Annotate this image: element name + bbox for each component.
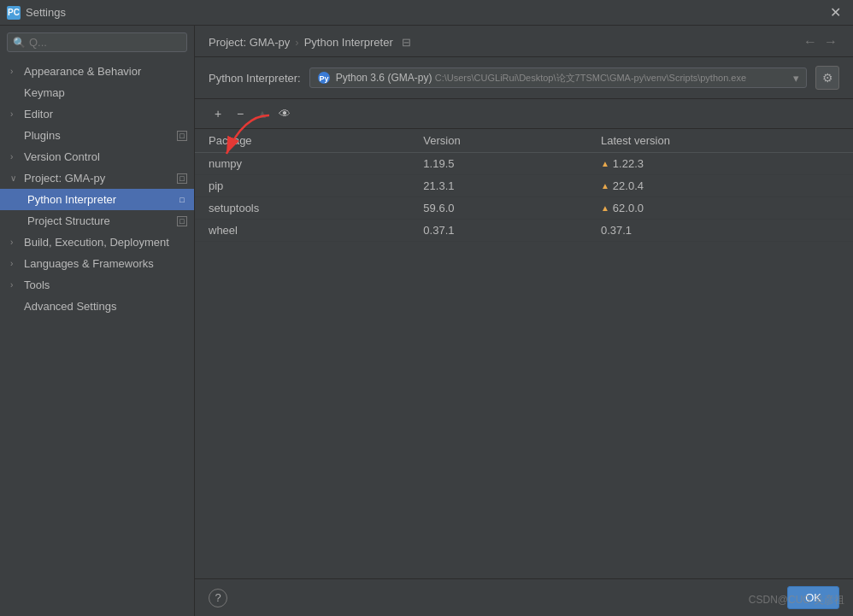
sidebar-item-languages[interactable]: › Languages & Frameworks [0, 253, 194, 274]
table-row[interactable]: pip21.3.1▲22.0.4 [195, 175, 853, 197]
sidebar-item-build-execution[interactable]: › Build, Execution, Deployment [0, 232, 194, 253]
sidebar-item-keymap[interactable]: Keymap [0, 82, 194, 103]
update-triangle-icon: ▲ [601, 203, 609, 213]
add-package-button[interactable]: + [209, 104, 227, 123]
table-row[interactable]: numpy1.19.5▲1.22.3 [195, 153, 853, 175]
interpreter-row: Python Interpreter: Py Python 3.6 (GMA-p… [195, 57, 853, 99]
dropdown-arrow-icon: ▾ [793, 72, 799, 85]
package-name: wheel [195, 220, 409, 242]
chevron-right-icon: › [10, 67, 21, 76]
sidebar-item-label: Python Interpreter [27, 193, 116, 206]
package-version: 21.3.1 [409, 175, 587, 197]
sidebar-item-label: Build, Execution, Deployment [24, 236, 169, 249]
sidebar-item-label: Plugins [24, 129, 61, 142]
package-toolbar: + − ▲ 👁 [195, 99, 853, 129]
sidebar-item-editor[interactable]: › Editor [0, 103, 194, 125]
search-input[interactable] [29, 36, 181, 49]
close-button[interactable]: ✕ [825, 4, 846, 21]
up-button[interactable]: ▲ [253, 104, 272, 123]
sidebar-item-tools[interactable]: › Tools [0, 274, 194, 296]
svg-text:Py: Py [319, 74, 328, 83]
table-header: Package Version Latest version [195, 129, 853, 153]
show-details-button[interactable]: 👁 [275, 104, 294, 123]
sidebar-item-label: Appearance & Behavior [24, 65, 141, 78]
nav-arrows: ← → [802, 34, 839, 50]
table-row[interactable]: setuptools59.6.0▲62.0.0 [195, 197, 853, 220]
back-arrow[interactable]: ← [802, 34, 819, 50]
interpreter-badge: □ [177, 195, 187, 205]
sidebar-item-advanced[interactable]: Advanced Settings [0, 296, 194, 317]
project-badge: □ [177, 173, 187, 184]
sidebar-nav: › Appearance & Behavior Keymap › Editor … [0, 59, 194, 616]
structure-badge: □ [177, 216, 187, 226]
package-version: 0.37.1 [409, 220, 587, 242]
breadcrumb: Project: GMA-py › Python Interpreter ⊟ ←… [195, 26, 853, 57]
col-version[interactable]: Version [409, 129, 587, 153]
sidebar-item-version-control[interactable]: › Version Control [0, 146, 194, 167]
help-button[interactable]: ? [209, 589, 227, 607]
chevron-right-icon: › [10, 280, 21, 290]
gear-icon: ⚙ [822, 71, 833, 85]
package-version: 59.6.0 [409, 197, 587, 220]
window-title: Settings [26, 6, 66, 19]
package-version: 1.19.5 [409, 153, 587, 175]
watermark: CSDN@CUG 吴彦祖 [749, 593, 844, 607]
sidebar-item-project-structure[interactable]: Project Structure □ [0, 210, 194, 232]
breadcrumb-separator: › [295, 36, 298, 49]
sidebar: 🔍 › Appearance & Behavior Keymap › Edito… [0, 26, 195, 616]
sidebar-item-label: Version Control [24, 150, 100, 163]
chevron-right-icon: › [10, 259, 21, 268]
interpreter-label: Python Interpreter: [209, 72, 301, 85]
update-triangle-icon: ▲ [601, 181, 609, 191]
gear-button[interactable]: ⚙ [815, 66, 839, 90]
chevron-right-icon: › [10, 109, 21, 119]
remove-package-button[interactable]: − [231, 104, 250, 123]
update-triangle-icon: ▲ [601, 159, 609, 168]
interpreter-name: Python 3.6 (GMA-py) C:\Users\CUGLiRui\De… [336, 72, 790, 85]
python-icon: Py [317, 71, 331, 85]
sidebar-item-label: Editor [24, 108, 53, 120]
sidebar-item-plugins[interactable]: Plugins □ [0, 125, 194, 146]
sidebar-item-project-gma[interactable]: ∨ Project: GMA-py □ [0, 167, 194, 189]
package-latest-version: ▲62.0.0 [587, 197, 853, 220]
package-latest-version: ▲22.0.4 [587, 175, 853, 197]
pin-icon[interactable]: ⊟ [402, 36, 414, 48]
title-bar: PC Settings ✕ [0, 0, 853, 26]
chevron-down-icon: ∨ [10, 173, 21, 183]
col-latest-version[interactable]: Latest version [587, 129, 853, 153]
col-package[interactable]: Package [195, 129, 409, 153]
table-row[interactable]: wheel0.37.10.37.1 [195, 220, 853, 242]
sidebar-item-label: Project Structure [27, 214, 110, 227]
interpreter-selector[interactable]: Py Python 3.6 (GMA-py) C:\Users\CUGLiRui… [309, 67, 807, 88]
chevron-right-icon: › [10, 152, 21, 161]
package-name: setuptools [195, 197, 409, 220]
app-icon: PC [7, 6, 21, 20]
settings-dialog: 🔍 › Appearance & Behavior Keymap › Edito… [0, 26, 853, 616]
plugin-badge: □ [177, 131, 187, 141]
search-box[interactable]: 🔍 [7, 32, 187, 52]
sidebar-item-label: Tools [24, 279, 50, 291]
package-latest-version: 0.37.1 [587, 220, 853, 242]
sidebar-item-python-interpreter[interactable]: Python Interpreter □ [0, 189, 194, 210]
breadcrumb-project-link[interactable]: Project: GMA-py [209, 36, 290, 49]
content-area: Project: GMA-py › Python Interpreter ⊟ ←… [195, 26, 853, 616]
sidebar-item-label: Project: GMA-py [24, 172, 105, 185]
packages-table: Package Version Latest version numpy1.19… [195, 129, 853, 242]
search-icon: 🔍 [13, 37, 26, 49]
sidebar-item-appearance[interactable]: › Appearance & Behavior [0, 61, 194, 82]
sidebar-item-label: Advanced Settings [24, 300, 116, 313]
breadcrumb-current: Python Interpreter [304, 36, 393, 49]
sidebar-item-label: Keymap [24, 86, 65, 99]
package-name: pip [195, 175, 409, 197]
package-name: numpy [195, 153, 409, 175]
package-table: Package Version Latest version numpy1.19… [195, 129, 853, 578]
table-body: numpy1.19.5▲1.22.3pip21.3.1▲22.0.4setupt… [195, 153, 853, 242]
chevron-right-icon: › [10, 238, 21, 247]
package-latest-version: ▲1.22.3 [587, 153, 853, 175]
sidebar-item-label: Languages & Frameworks [24, 257, 154, 270]
forward-arrow[interactable]: → [822, 34, 839, 50]
